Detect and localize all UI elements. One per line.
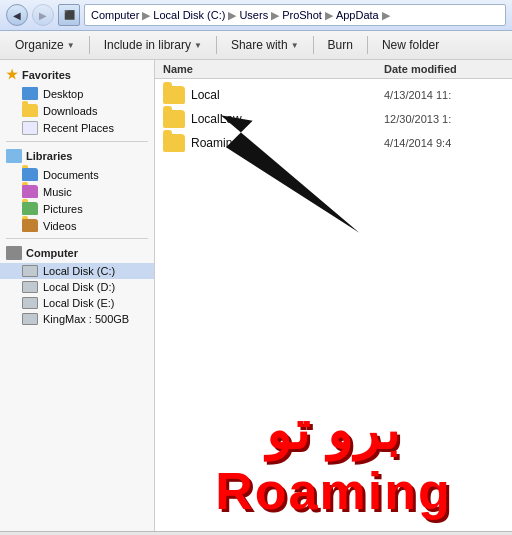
sep-4 — [367, 36, 368, 54]
sidebar-item-recent[interactable]: Recent Places — [0, 119, 154, 137]
sep-1 — [89, 36, 90, 54]
divider-2 — [6, 238, 148, 239]
favorites-section: ★ Favorites Desktop Downloads Recent Pla… — [0, 64, 154, 137]
toolbar: Organize ▼ Include in library ▼ Share wi… — [0, 31, 512, 60]
share-arrow-icon: ▼ — [291, 41, 299, 50]
pictures-icon — [22, 202, 38, 215]
organize-button[interactable]: Organize ▼ — [6, 34, 84, 56]
include-library-button[interactable]: Include in library ▼ — [95, 34, 211, 56]
new-folder-label: New folder — [382, 38, 439, 52]
file-name: Local — [191, 88, 378, 102]
organize-arrow-icon: ▼ — [67, 41, 75, 50]
file-date: 4/13/2014 11: — [384, 89, 504, 101]
library-arrow-icon: ▼ — [194, 41, 202, 50]
documents-label: Documents — [43, 169, 99, 181]
hdd-c-icon — [22, 265, 38, 277]
sep3: ▶ — [271, 9, 279, 22]
sidebar-item-pictures[interactable]: Pictures — [0, 200, 154, 217]
sidebar-item-music[interactable]: Music — [0, 183, 154, 200]
col-name-header: Name — [163, 63, 384, 75]
file-name: Roaming — [191, 136, 378, 150]
up-button[interactable]: ⬛ — [58, 4, 80, 26]
library-label: Include in library — [104, 38, 191, 52]
local-e-label: Local Disk (E:) — [43, 297, 115, 309]
libraries-label: Libraries — [26, 150, 72, 162]
sep5: ▶ — [382, 9, 390, 22]
main-area: ★ Favorites Desktop Downloads Recent Pla… — [0, 60, 512, 531]
status-bar: 3 items — [0, 531, 512, 535]
sidebar-item-videos[interactable]: Videos — [0, 217, 154, 234]
back-button[interactable]: ◀ — [6, 4, 28, 26]
videos-label: Videos — [43, 220, 76, 232]
address-part-c[interactable]: Local Disk (C:) — [153, 9, 225, 21]
divider-1 — [6, 141, 148, 142]
sep-3 — [313, 36, 314, 54]
burn-button[interactable]: Burn — [319, 34, 362, 56]
sidebar: ★ Favorites Desktop Downloads Recent Pla… — [0, 60, 155, 531]
music-icon — [22, 185, 38, 198]
favorites-header[interactable]: ★ Favorites — [0, 64, 154, 85]
documents-icon — [22, 168, 38, 181]
desktop-icon — [22, 87, 38, 100]
address-bar-container: ◀ ▶ ⬛ Computer ▶ Local Disk (C:) ▶ Users… — [0, 0, 512, 31]
hdd-d-icon — [22, 281, 38, 293]
desktop-label: Desktop — [43, 88, 83, 100]
kingmax-label: KingMax : 500GB — [43, 313, 129, 325]
sidebar-item-kingmax[interactable]: KingMax : 500GB — [0, 311, 154, 327]
pictures-label: Pictures — [43, 203, 83, 215]
new-folder-button[interactable]: New folder — [373, 34, 448, 56]
table-row[interactable]: LocalLow 12/30/2013 1: — [155, 107, 512, 131]
libraries-section: Libraries Documents Music Pictures Video… — [0, 146, 154, 234]
sidebar-item-downloads[interactable]: Downloads — [0, 102, 154, 119]
sep4: ▶ — [325, 9, 333, 22]
file-date: 4/14/2014 9:4 — [384, 137, 504, 149]
downloads-folder-icon — [22, 104, 38, 117]
videos-icon — [22, 219, 38, 232]
hdd-e-icon — [22, 297, 38, 309]
organize-label: Organize — [15, 38, 64, 52]
folder-icon — [163, 110, 185, 128]
local-c-label: Local Disk (C:) — [43, 265, 115, 277]
recent-icon — [22, 121, 38, 135]
table-row[interactable]: Roaming 4/14/2014 9:4 — [155, 131, 512, 155]
address-bar[interactable]: Computer ▶ Local Disk (C:) ▶ Users ▶ Pro… — [84, 4, 506, 26]
forward-button[interactable]: ▶ — [32, 4, 54, 26]
file-list: Local 4/13/2014 11: LocalLow 12/30/2013 … — [155, 79, 512, 531]
star-icon: ★ — [6, 67, 18, 82]
computer-section: Computer Local Disk (C:) Local Disk (D:)… — [0, 243, 154, 327]
sep-2 — [216, 36, 217, 54]
share-with-button[interactable]: Share with ▼ — [222, 34, 308, 56]
file-list-wrapper: Name Date modified Local 4/13/2014 11: L… — [155, 60, 512, 531]
address-part-appdata[interactable]: AppData — [336, 9, 379, 21]
sidebar-item-local-e[interactable]: Local Disk (E:) — [0, 295, 154, 311]
sep1: ▶ — [142, 9, 150, 22]
local-d-label: Local Disk (D:) — [43, 281, 115, 293]
address-part-users[interactable]: Users — [239, 9, 268, 21]
file-date: 12/30/2013 1: — [384, 113, 504, 125]
downloads-label: Downloads — [43, 105, 97, 117]
computer-label: Computer — [26, 247, 78, 259]
folder-icon — [163, 86, 185, 104]
music-label: Music — [43, 186, 72, 198]
favorites-label: Favorites — [22, 69, 71, 81]
annotation-text: برو تو Roaming — [155, 401, 512, 521]
address-part-proshot[interactable]: ProShot — [282, 9, 322, 21]
col-date-header: Date modified — [384, 63, 504, 75]
recent-label: Recent Places — [43, 122, 114, 134]
address-part-computer[interactable]: Computer — [91, 9, 139, 21]
computer-icon — [6, 246, 22, 260]
sidebar-item-desktop[interactable]: Desktop — [0, 85, 154, 102]
share-label: Share with — [231, 38, 288, 52]
burn-label: Burn — [328, 38, 353, 52]
sidebar-item-local-c[interactable]: Local Disk (C:) — [0, 263, 154, 279]
file-name: LocalLow — [191, 112, 378, 126]
sidebar-item-documents[interactable]: Documents — [0, 166, 154, 183]
libraries-header[interactable]: Libraries — [0, 146, 154, 166]
computer-header[interactable]: Computer — [0, 243, 154, 263]
folder-icon — [163, 134, 185, 152]
sidebar-item-local-d[interactable]: Local Disk (D:) — [0, 279, 154, 295]
table-row[interactable]: Local 4/13/2014 11: — [155, 83, 512, 107]
sep2: ▶ — [228, 9, 236, 22]
file-list-header: Name Date modified — [155, 60, 512, 79]
libraries-icon — [6, 149, 22, 163]
